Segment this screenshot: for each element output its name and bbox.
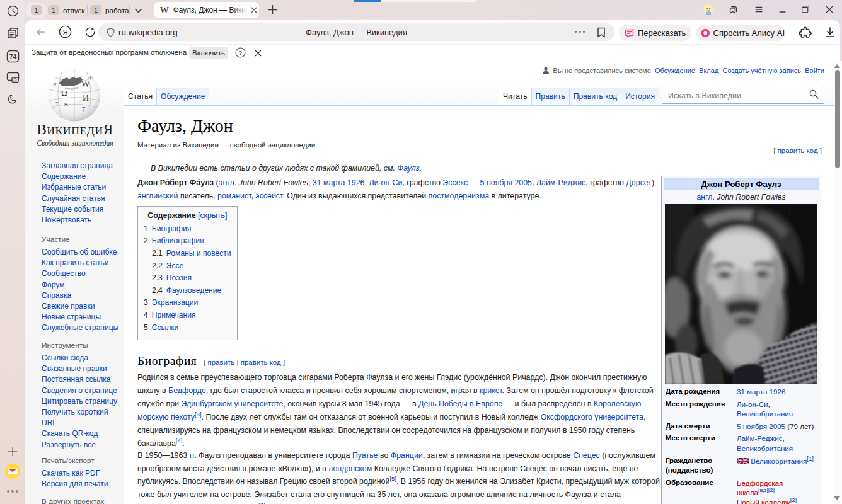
svg-text:74: 74 [9, 53, 17, 60]
svg-text:?: ? [239, 49, 243, 56]
svg-text:Я: Я [62, 28, 67, 36]
svg-text:ж: ж [63, 100, 68, 107]
svg-text:W: W [81, 79, 90, 89]
svg-text:И: И [83, 93, 89, 103]
svg-text:ح: ح [89, 74, 93, 79]
svg-text:7: 7 [82, 106, 85, 113]
svg-text:โ: โ [55, 101, 59, 108]
svg-text:Ω: Ω [61, 88, 67, 98]
